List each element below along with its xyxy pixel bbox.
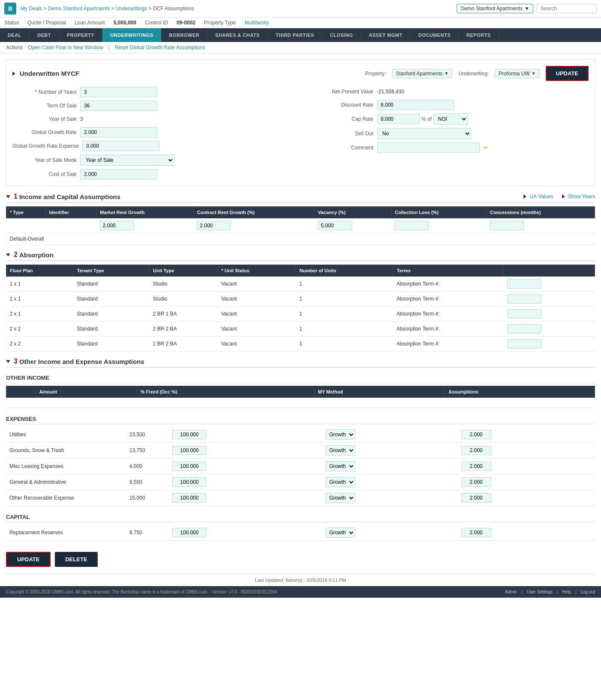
num-units: 1 (296, 307, 393, 322)
global-growth-rate-input[interactable] (80, 127, 157, 137)
sell-out-select[interactable]: No (377, 128, 471, 139)
footer-admin-link[interactable]: Admin (505, 590, 517, 594)
grounds-method-select[interactable]: Growth (326, 445, 355, 456)
absorption-term-input[interactable] (507, 279, 541, 289)
number-of-years-input[interactable] (80, 87, 157, 97)
misc-fixed-input[interactable] (172, 462, 206, 471)
footer-user-settings-link[interactable]: User Settings (527, 590, 553, 594)
tab-closing[interactable]: CLOSING (322, 28, 361, 42)
ore-fixed-input[interactable] (172, 493, 206, 503)
misc-assumption-input[interactable] (461, 462, 491, 471)
table-row: 2 x 2 Standard 2 BR 2 BA Vacant 1 Absorp… (6, 337, 595, 351)
comment-input[interactable] (377, 143, 480, 153)
breadcrumb: My Deals > Demo Stanford Apartments > Un… (21, 6, 452, 12)
concessions-input[interactable] (490, 221, 524, 230)
section2-left: 2 Absorption (6, 251, 54, 259)
tab-asset-mgmt[interactable]: ASSET MGMT (361, 28, 410, 42)
footer-logout-link[interactable]: Log out (581, 590, 595, 594)
rr-method-select[interactable]: Growth (326, 527, 355, 538)
cap-rate-input[interactable] (377, 114, 420, 124)
cap-rate-noi-select[interactable]: NOI (434, 113, 468, 125)
search-input[interactable] (537, 4, 597, 13)
table-row: 1 x 1 Standard Studio Vacant 1 Absorptio… (6, 277, 595, 292)
tab-debt[interactable]: DEBT (30, 28, 59, 42)
table-row: 1 x 1 Standard Studio Vacant 1 Absorptio… (6, 292, 595, 307)
breadcrumb-underwritings[interactable]: Underwritings (116, 6, 147, 12)
tab-third-parties[interactable]: THIRD PARTIES (268, 28, 322, 42)
collection-loss-input[interactable] (395, 221, 429, 230)
page-footer: Copyright © 2000-2018 CMBS.com. All righ… (0, 586, 601, 598)
delete-button[interactable]: DELETE (55, 552, 97, 567)
vacancy-input[interactable] (318, 221, 352, 230)
rr-fixed-input[interactable] (172, 528, 206, 537)
num-units: 1 (296, 322, 393, 337)
section2-toggle-icon[interactable] (6, 253, 10, 256)
action-bar: Actions Open Cash Flow in New Window | R… (0, 42, 601, 54)
market-rent-input[interactable] (100, 221, 134, 230)
ore-assumption-input[interactable] (461, 493, 491, 503)
expense-amount: 9,500 (126, 474, 169, 490)
underwriting-dropdown[interactable]: Proforma UW ▼ (495, 69, 540, 78)
tab-underwritings[interactable]: UNDERWRITINGS (102, 28, 161, 42)
rr-assumption-input[interactable] (461, 528, 491, 537)
tab-shares-chats[interactable]: SHARES & CHATS (207, 28, 268, 42)
deal-selector[interactable]: Demo Stanford Apartments ▼ (457, 4, 533, 13)
actions-label: Actions (6, 45, 23, 51)
tab-deal[interactable]: DEAL (0, 28, 30, 42)
tab-borrower[interactable]: BORROWER (161, 28, 208, 42)
expense-amount: 13,750 (126, 443, 169, 459)
mycf-controls: Property: Stanford Apartments ▼ Underwri… (365, 66, 589, 81)
other-income-empty-row (6, 398, 595, 408)
utilities-fixed-input[interactable] (172, 430, 206, 439)
section1-title: Income and Capital Assumptions (19, 193, 120, 200)
absorption-term-input[interactable] (507, 309, 541, 319)
breadcrumb-my-deals[interactable]: My Deals (21, 6, 42, 12)
ga-fixed-input[interactable] (172, 477, 206, 487)
ua-values-link[interactable]: UA Values (523, 194, 553, 200)
section3-title: Other Income and Expense Assumptions (19, 358, 144, 365)
comment-edit-icon[interactable]: ✏ (483, 144, 488, 151)
tab-documents[interactable]: DOCUMENTS (410, 28, 458, 42)
absorption-term-input[interactable] (507, 294, 541, 304)
contract-rent-input[interactable] (197, 221, 231, 230)
num-units: 1 (296, 337, 393, 351)
year-of-sale-mode-select[interactable]: Year of Sale (80, 155, 174, 166)
reset-growth-link[interactable]: Reset Global Growth Rate Assumptions (115, 45, 205, 51)
ga-assumption-input[interactable] (461, 477, 491, 487)
section1-toggle-icon[interactable] (6, 195, 10, 198)
breadcrumb-demo-stanford[interactable]: Demo Stanford Apartments (48, 6, 110, 12)
open-cashflow-link[interactable]: Open Cash Flow in New Window (28, 45, 103, 51)
grounds-assumption-input[interactable] (461, 446, 491, 455)
ore-method-select[interactable]: Growth (326, 493, 355, 503)
show-years-link[interactable]: Show Years (562, 194, 595, 200)
col-concessions: Concessions (months) (486, 207, 595, 218)
unit-status: Vacant (218, 322, 296, 337)
tab-reports[interactable]: REPORTS (459, 28, 499, 42)
discount-rate-input[interactable] (377, 100, 454, 110)
update-button-top[interactable]: UPDATE (546, 66, 589, 81)
section3-toggle-icon[interactable] (6, 360, 10, 363)
utilities-assumption-input[interactable] (461, 430, 491, 439)
absorption-term-input[interactable] (507, 324, 541, 334)
absorption-term-input[interactable] (507, 339, 541, 349)
absorption-term-label: Absorption Term #: (393, 277, 504, 292)
property-dropdown[interactable]: Stanford Apartments ▼ (392, 69, 452, 78)
sell-out-label: Sell Out (309, 131, 374, 137)
collapse-icon[interactable] (12, 71, 15, 76)
update-button-bottom[interactable]: UPDATE (6, 552, 51, 567)
top-bar: B My Deals > Demo Stanford Apartments > … (0, 0, 601, 18)
ua-values-icon (523, 194, 526, 199)
num-units: 1 (296, 277, 393, 292)
grounds-fixed-input[interactable] (172, 446, 206, 455)
absorption-term-label: Absorption Term #: (393, 292, 504, 307)
tab-property[interactable]: PROPERTY (59, 28, 103, 42)
footer-help-link[interactable]: Help (562, 590, 571, 594)
cost-of-sale-input[interactable] (80, 169, 157, 179)
unit-status: Vacant (218, 337, 296, 351)
comment-row: Comment ✏ (309, 143, 589, 153)
term-of-sale-input[interactable] (80, 101, 157, 111)
misc-method-select[interactable]: Growth (326, 461, 355, 471)
ga-method-select[interactable]: Growth (326, 477, 355, 487)
global-growth-rate-expense-input[interactable] (82, 141, 159, 151)
utilities-method-select[interactable]: Growth (326, 429, 355, 440)
